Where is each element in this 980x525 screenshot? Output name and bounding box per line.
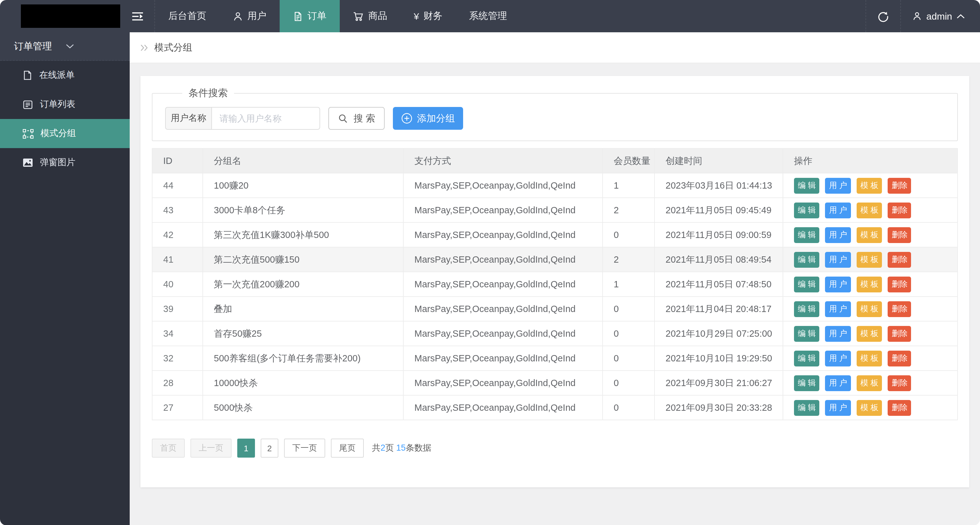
cell-payment-methods: MarsPay,SEP,Oceanpay,GoldInd,QeInd (403, 173, 603, 198)
delete-button[interactable]: 删除 (888, 227, 912, 243)
cell-created-time: 2021年11月04日 20:48:17 (654, 297, 783, 321)
cell-group-name: 500养客组(多个订单任务需要补200) (203, 346, 403, 370)
delete-button[interactable]: 删除 (888, 400, 912, 415)
edit-button[interactable]: 编 辑 (794, 276, 819, 292)
header-group-name: 分组名 (203, 148, 403, 173)
cell-actions: 编 辑用 户模 板删除 (783, 395, 958, 420)
user-button[interactable]: 用 户 (825, 202, 851, 218)
nav-item-users[interactable]: 用户 (220, 0, 280, 32)
cell-actions: 编 辑用 户模 板删除 (783, 272, 958, 297)
edit-button[interactable]: 编 辑 (794, 252, 819, 267)
nav-item-products[interactable]: 商品 (340, 0, 401, 32)
delete-button[interactable]: 删除 (888, 301, 912, 317)
delete-button[interactable]: 删除 (888, 177, 912, 193)
template-button[interactable]: 模 板 (857, 326, 882, 341)
pagination-info-text: 条数据 (406, 443, 431, 453)
edit-button[interactable]: 编 辑 (794, 202, 819, 218)
table-row: 34首存50赚25MarsPay,SEP,Oceanpay,GoldInd,Qe… (152, 321, 958, 346)
template-button[interactable]: 模 板 (857, 252, 882, 267)
admin-menu[interactable]: admin (901, 0, 980, 32)
delete-button[interactable]: 删除 (888, 350, 912, 366)
user-button[interactable]: 用 户 (825, 400, 851, 415)
sidebar-item-online-dispatch[interactable]: 在线派单 (0, 61, 130, 90)
user-button[interactable]: 用 户 (825, 350, 851, 366)
sidebar-item-label: 模式分组 (40, 128, 76, 139)
groups-table: ID 分组名 支付方式 会员数量 创建时间 操作 44100赚20MarsPay… (152, 148, 958, 420)
refresh-button[interactable] (865, 0, 901, 32)
cell-group-name: 10000快杀 (203, 370, 403, 395)
pagination-last-button[interactable]: 尾页 (331, 439, 364, 458)
sidebar: 订单管理 在线派单 (0, 32, 130, 525)
nav-item-orders[interactable]: 订单 (280, 0, 340, 32)
template-button[interactable]: 模 板 (857, 202, 882, 218)
hamburger-spread-icon (132, 12, 143, 21)
template-button[interactable]: 模 板 (857, 301, 882, 317)
nav-item-dashboard[interactable]: 后台首页 (155, 0, 220, 32)
cell-id: 44 (152, 173, 203, 198)
pagination-total-pages: 2 (380, 443, 385, 453)
search-button[interactable]: 搜 索 (328, 107, 385, 130)
user-button[interactable]: 用 户 (825, 276, 851, 292)
cell-id: 39 (152, 297, 203, 321)
edit-button[interactable]: 编 辑 (794, 400, 819, 415)
pagination-page-1-button[interactable]: 1 (237, 439, 255, 458)
pagination-page-2-button[interactable]: 2 (261, 439, 278, 458)
template-button[interactable]: 模 板 (857, 350, 882, 366)
cell-actions: 编 辑用 户模 板删除 (783, 297, 958, 321)
delete-button[interactable]: 删除 (888, 375, 912, 391)
delete-button[interactable]: 删除 (888, 276, 912, 292)
delete-button[interactable]: 删除 (888, 252, 912, 267)
edit-button[interactable]: 编 辑 (794, 326, 819, 341)
delete-button[interactable]: 删除 (888, 202, 912, 218)
template-button[interactable]: 模 板 (857, 276, 882, 292)
template-button[interactable]: 模 板 (857, 227, 882, 243)
username-input[interactable] (211, 107, 320, 130)
double-chevron-icon (140, 44, 149, 51)
user-button[interactable]: 用 户 (825, 227, 851, 243)
logo-redacted (21, 5, 120, 28)
cell-member-count: 0 (603, 370, 654, 395)
user-button[interactable]: 用 户 (825, 177, 851, 193)
nav-item-label: 商品 (368, 10, 387, 22)
edit-button[interactable]: 编 辑 (794, 177, 819, 193)
user-button[interactable]: 用 户 (825, 375, 851, 391)
sidebar-item-popup-images[interactable]: 弹窗图片 (0, 148, 130, 177)
edit-button[interactable]: 编 辑 (794, 301, 819, 317)
sidebar-item-mode-groups[interactable]: 模式分组 (0, 119, 130, 148)
edit-button[interactable]: 编 辑 (794, 227, 819, 243)
top-navbar: 后台首页 用户 订单 (0, 0, 980, 32)
nav-item-label: 用户 (247, 10, 266, 22)
sidebar-group-order-management[interactable]: 订单管理 (0, 32, 130, 61)
cell-payment-methods: MarsPay,SEP,Oceanpay,GoldInd,QeInd (403, 222, 603, 247)
user-button[interactable]: 用 户 (825, 326, 851, 341)
object-group-icon (23, 129, 33, 138)
sidebar-item-label: 在线派单 (39, 70, 75, 81)
document-icon (293, 11, 303, 21)
sidebar-item-order-list[interactable]: 订单列表 (0, 90, 130, 119)
cell-member-count: 1 (603, 173, 654, 198)
edit-button[interactable]: 编 辑 (794, 350, 819, 366)
pagination-info: 共2页 15条数据 (372, 442, 431, 454)
cell-created-time: 2021年11月05日 09:00:59 (654, 222, 783, 247)
template-button[interactable]: 模 板 (857, 400, 882, 415)
nav-item-system[interactable]: 系统管理 (456, 0, 520, 32)
delete-button[interactable]: 删除 (888, 326, 912, 341)
add-group-button[interactable]: 添加分组 (393, 107, 463, 130)
template-button[interactable]: 模 板 (857, 375, 882, 391)
pagination-first-button[interactable]: 首页 (152, 439, 185, 458)
sidebar-item-label: 弹窗图片 (40, 157, 75, 168)
cell-member-count: 0 (603, 395, 654, 420)
user-button[interactable]: 用 户 (825, 252, 851, 267)
user-button[interactable]: 用 户 (825, 301, 851, 317)
list-icon (23, 100, 33, 109)
cell-actions: 编 辑用 户模 板删除 (783, 247, 958, 272)
pagination-next-button[interactable]: 下一页 (284, 439, 325, 458)
nav-item-finance[interactable]: ¥ 财务 (401, 0, 456, 32)
edit-button[interactable]: 编 辑 (794, 375, 819, 391)
image-icon (23, 158, 33, 167)
table-row: 2810000快杀MarsPay,SEP,Oceanpay,GoldInd,Qe… (152, 370, 958, 395)
pagination-prev-button[interactable]: 上一页 (191, 439, 232, 458)
template-button[interactable]: 模 板 (857, 177, 882, 193)
sidebar-toggle-button[interactable] (120, 0, 154, 32)
cell-member-count: 0 (603, 297, 654, 321)
